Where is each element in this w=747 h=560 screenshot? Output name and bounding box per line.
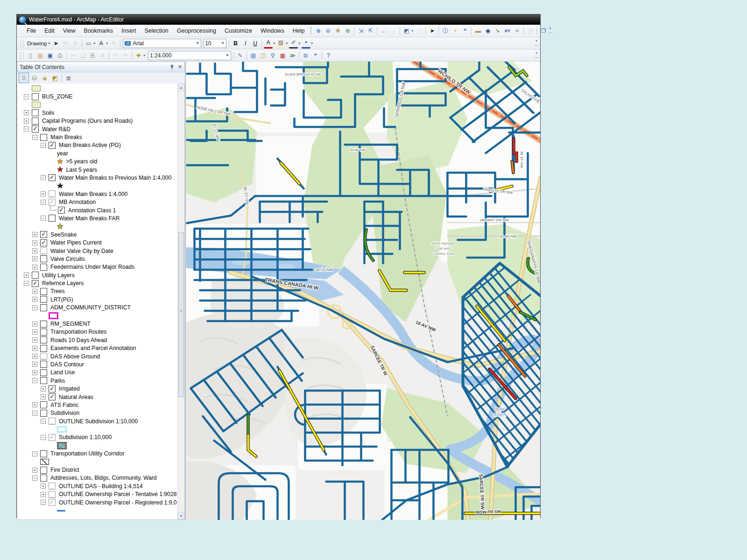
- layer-row[interactable]: +Capital Programs (Ours and Roads): [24, 117, 178, 125]
- collapse-icon[interactable]: −: [32, 378, 37, 383]
- close-icon[interactable]: ✕: [178, 64, 182, 70]
- layer-row[interactable]: +Soils: [24, 109, 178, 117]
- cut-icon[interactable]: ✂: [69, 51, 78, 60]
- expand-icon[interactable]: +: [32, 337, 37, 343]
- toc-scrollbar[interactable]: ▲ ▼: [177, 84, 184, 519]
- visibility-checkbox[interactable]: [49, 491, 56, 498]
- add-data-icon[interactable]: ✚: [134, 51, 143, 60]
- toolbar-overflow-icon[interactable]: ▾—: [534, 51, 539, 60]
- layer-row[interactable]: −Subdivision: [32, 409, 178, 417]
- layer-row[interactable]: +OUTLINE Ownership Parcel - Tentative 1:…: [41, 490, 178, 498]
- menu-windows[interactable]: Windows: [256, 26, 289, 35]
- open-icon[interactable]: ▤: [36, 51, 45, 60]
- visibility-checkbox[interactable]: [49, 418, 56, 425]
- whats-this-icon[interactable]: ?: [324, 51, 333, 60]
- clear-selection-icon[interactable]: ▢: [415, 27, 423, 35]
- expand-icon[interactable]: +: [32, 297, 37, 302]
- visibility-checkbox[interactable]: [40, 321, 47, 328]
- layer-row[interactable]: +LRT(PG): [32, 295, 178, 303]
- italic-icon[interactable]: I: [241, 39, 250, 48]
- layer-row[interactable]: −OUTLINE Ownership Parcel - Registered 1…: [41, 498, 178, 506]
- layer-row[interactable]: +Easements and Parcel Annotation: [32, 344, 178, 352]
- visibility-checkbox[interactable]: [40, 264, 47, 271]
- list-by-selection-icon[interactable]: ◩: [50, 73, 60, 83]
- layer-row[interactable]: +Water Pipes Current: [32, 238, 178, 246]
- visibility-checkbox[interactable]: [40, 296, 47, 303]
- visibility-checkbox[interactable]: [49, 190, 56, 197]
- select-elements-icon[interactable]: ➤: [428, 27, 437, 35]
- print-icon[interactable]: ⎙: [56, 51, 64, 60]
- visibility-checkbox[interactable]: [40, 450, 47, 457]
- expand-icon[interactable]: +: [41, 483, 46, 489]
- copy-icon[interactable]: ❏: [78, 51, 87, 60]
- visibility-checkbox[interactable]: [49, 215, 56, 222]
- menu-help[interactable]: Help: [289, 26, 309, 35]
- visibility-checkbox[interactable]: [49, 174, 56, 181]
- chevron-down-icon[interactable]: ▾: [105, 42, 109, 45]
- layer-row[interactable]: Annotation Class 1: [49, 206, 178, 214]
- measure-icon[interactable]: ▬: [473, 27, 482, 35]
- list-by-visibility-icon[interactable]: ◈: [40, 73, 49, 83]
- catalog-window-icon[interactable]: ◫: [259, 51, 268, 60]
- list-by-drawing-order-icon[interactable]: ⠿: [19, 73, 29, 83]
- layer-row[interactable]: +Utility Layers: [24, 271, 178, 279]
- expand-icon[interactable]: +: [41, 191, 46, 196]
- layer-row[interactable]: −Water Main Breaks FAR: [41, 214, 178, 222]
- pin-icon[interactable]: [170, 64, 175, 70]
- layer-row[interactable]: +Water Main Breaks 1:4,000: [41, 190, 178, 198]
- full-extent-icon[interactable]: ⊛: [343, 27, 352, 35]
- collapse-icon[interactable]: −: [41, 200, 46, 205]
- menu-geoprocessing[interactable]: Geoprocessing: [173, 26, 220, 35]
- menu-bookmarks[interactable]: Bookmarks: [80, 26, 118, 35]
- collapse-icon[interactable]: −: [41, 216, 46, 221]
- visibility-checkbox[interactable]: [32, 118, 39, 125]
- visibility-checkbox[interactable]: [40, 329, 47, 336]
- expand-icon[interactable]: +: [32, 240, 37, 245]
- find-route-icon[interactable]: ➘: [493, 27, 502, 35]
- layer-row[interactable]: +Irrigated: [41, 385, 178, 392]
- underline-icon[interactable]: U: [251, 39, 260, 48]
- font-color-icon[interactable]: A: [264, 38, 273, 49]
- visibility-checkbox[interactable]: [40, 255, 47, 262]
- visibility-checkbox[interactable]: [40, 467, 47, 474]
- editor-toolbar-icon[interactable]: ✎: [236, 51, 245, 60]
- expand-icon[interactable]: +: [32, 256, 37, 261]
- arctoolbox-icon[interactable]: ▦: [278, 51, 287, 60]
- visibility-checkbox[interactable]: [32, 272, 39, 279]
- delete-icon[interactable]: ✕: [98, 51, 107, 60]
- drawing-menu-button[interactable]: Drawing: [26, 41, 48, 46]
- visibility-checkbox[interactable]: [40, 239, 47, 246]
- expand-icon[interactable]: +: [32, 370, 37, 375]
- expand-icon[interactable]: +: [24, 273, 29, 278]
- layer-row[interactable]: −Main Breaks Active (PG): [41, 141, 178, 149]
- scroll-up-icon[interactable]: ▲: [178, 84, 184, 91]
- search-window-icon[interactable]: ⚲: [268, 51, 277, 60]
- chevron-down-icon[interactable]: ▾: [142, 54, 146, 57]
- scrollbar-thumb[interactable]: [178, 232, 184, 397]
- collapse-icon[interactable]: −: [41, 435, 46, 440]
- visibility-checkbox[interactable]: [40, 353, 47, 360]
- collapse-icon[interactable]: −: [41, 419, 46, 424]
- expand-icon[interactable]: +: [32, 402, 37, 407]
- visibility-checkbox[interactable]: [32, 280, 39, 287]
- pan-icon[interactable]: ✥: [333, 27, 342, 35]
- visibility-checkbox[interactable]: [40, 410, 47, 417]
- line-color-icon[interactable]: ✐: [289, 38, 298, 49]
- layer-row[interactable]: +Feedermains Under Major Roads: [32, 263, 178, 271]
- visibility-checkbox[interactable]: [40, 369, 47, 376]
- network-icon[interactable]: ⌗: [513, 27, 521, 35]
- model-builder-icon[interactable]: ⧉: [301, 51, 310, 60]
- layer-row[interactable]: +Water Valve City by Date: [32, 247, 178, 255]
- font-size-select[interactable]: 10 ▼: [203, 39, 226, 48]
- visibility-checkbox[interactable]: [40, 345, 47, 352]
- go-to-xy-icon[interactable]: XY: [503, 27, 512, 35]
- collapse-icon[interactable]: −: [41, 500, 46, 505]
- visibility-checkbox[interactable]: [32, 93, 39, 100]
- toolbar-grip[interactable]: [21, 52, 24, 59]
- layer-row[interactable]: −Subdivision 1:10,000: [41, 434, 178, 441]
- toolbar-grip[interactable]: [21, 40, 24, 47]
- title-bar[interactable]: WaterFront4.mxd - ArcMap - ArcEditor: [17, 14, 540, 25]
- paste-icon[interactable]: ⎘: [88, 51, 97, 60]
- expand-icon[interactable]: +: [32, 346, 37, 351]
- menu-customize[interactable]: Customize: [220, 26, 256, 35]
